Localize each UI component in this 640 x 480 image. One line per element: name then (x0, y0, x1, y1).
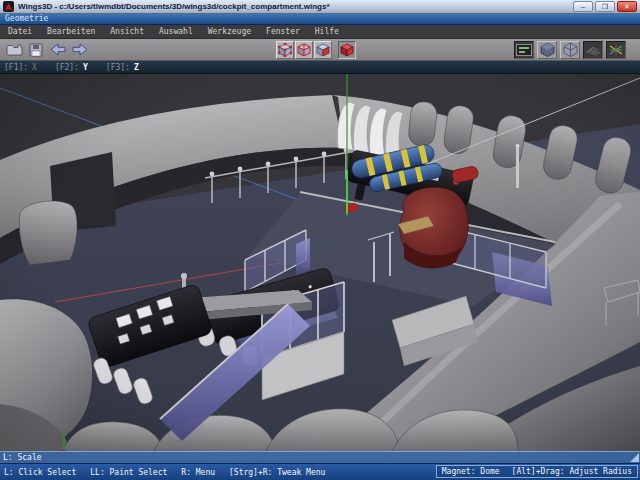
magnet-hint: [Alt]+Drag: Adjust Radius (512, 467, 632, 476)
resize-grip[interactable] (630, 453, 639, 462)
window-title: Wings3D - c:/Users/tlwmdbt/Documents/3D/… (18, 2, 573, 11)
menu-item-datei[interactable]: Datei (8, 27, 32, 36)
lighting-vignette (0, 74, 640, 463)
cube-edges-icon (297, 43, 311, 57)
menu-item-werkzeuge[interactable]: Werkzeuge (208, 27, 251, 36)
info-line: L: Scale (0, 451, 640, 463)
axis-y-label: Y (83, 63, 88, 72)
axis-z-label: Z (134, 63, 139, 72)
status-bar: L: Click Select LL: Paint Select R: Menu… (0, 463, 640, 480)
menu-item-hilfe[interactable]: Hilfe (315, 27, 339, 36)
restore-button[interactable]: ❐ (595, 1, 615, 12)
f2-key-label: [F2]: (55, 63, 79, 72)
magnet-status-box: Magnet: Dome [Alt]+Drag: Adjust Radius (436, 465, 638, 478)
f1-key-label: [F1]: (4, 63, 28, 72)
menu-item-bearbeiten[interactable]: Bearbeiten (47, 27, 95, 36)
hint-tweak-menu: [Strg]+R: Tweak Menu (229, 468, 325, 477)
grid-icon (585, 44, 601, 56)
cube-solid-red-icon (340, 43, 354, 57)
f3-key-label: [F3]: (106, 63, 130, 72)
mini-window-icon (516, 44, 532, 56)
show-axes-button[interactable] (606, 41, 626, 59)
wireframe-view-button[interactable] (560, 41, 580, 59)
hint-paint-select: LL: Paint Select (90, 468, 167, 477)
cube-vertices-icon (278, 43, 292, 57)
menu-item-ansicht[interactable]: Ansicht (110, 27, 144, 36)
menu-item-auswahl[interactable]: Auswahl (159, 27, 193, 36)
ground-plane-button[interactable] (583, 41, 603, 59)
close-button[interactable]: ✕ (617, 1, 637, 12)
body-mode-button[interactable] (338, 41, 356, 59)
vertex-mode-button[interactable] (276, 41, 294, 59)
windows-toggle-button[interactable] (514, 41, 534, 59)
window-titlebar[interactable]: Wings3D - c:/Users/tlwmdbt/Documents/3D/… (0, 0, 640, 14)
arrow-right-icon (71, 43, 89, 56)
geometry-window-title: Geometrie (5, 14, 48, 23)
minimize-button[interactable]: – (573, 1, 593, 12)
save-button[interactable] (26, 41, 46, 59)
cube-face-icon (316, 43, 330, 57)
info-line-text: L: Scale (3, 453, 42, 462)
3d-viewport[interactable]: L: Scale (0, 74, 640, 463)
hint-menu: R: Menu (181, 468, 215, 477)
hint-click-select: L: Click Select (4, 468, 76, 477)
cube-wireframe-icon (563, 42, 578, 57)
undo-button[interactable] (48, 41, 68, 59)
arrow-left-icon (49, 43, 67, 56)
menu-bar: Datei Bearbeiten Ansicht Auswahl Werkzeu… (0, 25, 640, 39)
menu-item-fenster[interactable]: Fenster (266, 27, 300, 36)
floppy-disk-icon (29, 43, 43, 57)
scene-canvas (0, 74, 640, 463)
edge-mode-button[interactable] (295, 41, 313, 59)
shaded-view-button[interactable] (537, 41, 557, 59)
geometry-window-header[interactable]: Geometrie (0, 14, 640, 25)
colored-axes-icon (608, 43, 624, 57)
wings3d-app-icon (3, 1, 14, 12)
cube-shaded-icon (540, 42, 555, 57)
magnet-status: Magnet: Dome (442, 467, 500, 476)
open-button[interactable] (4, 41, 24, 59)
redo-button[interactable] (70, 41, 90, 59)
axis-constraint-bar: [F1]: X [F2]: Y [F3]: Z (0, 61, 640, 74)
face-mode-button[interactable] (314, 41, 332, 59)
toolbar (0, 39, 640, 61)
folder-icon (6, 43, 23, 56)
axis-x-label: X (32, 63, 37, 72)
